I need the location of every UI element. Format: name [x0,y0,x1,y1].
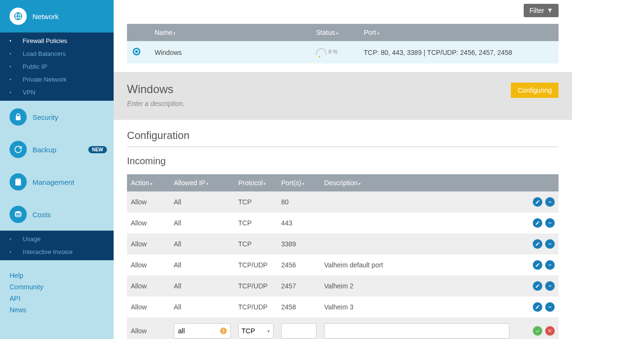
edit-rule-button[interactable] [533,218,542,228]
rule-action: Allow [127,275,170,297]
cancel-rule-button[interactable] [545,326,555,336]
svg-rect-4 [549,244,551,244]
col-status[interactable]: Status▾ [310,24,358,41]
link-news[interactable]: News [10,304,104,316]
nav-costs[interactable]: Costs [0,198,114,231]
new-rule-description-input[interactable] [324,323,509,339]
nav-label: Management [32,178,74,186]
svg-rect-3 [549,222,551,223]
confirm-rule-button[interactable] [533,326,542,336]
rule-ports: 443 [277,212,320,233]
rule-protocol: TCP/UDP [234,275,277,297]
subnav-usage[interactable]: Usage [0,233,114,245]
rule-description [320,191,513,212]
backup-icon [10,141,27,158]
new-rule-row: Allow!TCP [127,318,559,339]
rule-allowed-ip: All [170,275,234,297]
nav-management[interactable]: Management [0,166,114,198]
svg-rect-6 [549,286,551,286]
nav-network[interactable]: Network [0,0,114,32]
policy-list-table: Name▾ Status▾ Port▾ Windows 8 % TCP: 80, [127,24,559,64]
rule-action: Allow [127,233,170,254]
subnav-vpn[interactable]: VPN [0,86,114,99]
remove-rule-button[interactable] [545,260,555,270]
rule-allowed-ip: All [170,212,234,233]
new-rule-protocol-select[interactable]: TCP [238,323,274,339]
subnav-public-ip[interactable]: Public IP [0,60,114,73]
edit-rule-button[interactable] [533,239,542,249]
col-protocol[interactable]: Protocol▾ [234,174,277,191]
status-pill-configuring: Configuring [511,83,559,98]
new-rule-action: Allow [127,318,170,339]
rule-action: Allow [127,297,170,318]
sidebar: Network Firewall Policies Load Balancers… [0,0,114,339]
col-port[interactable]: Port▾ [358,24,559,41]
col-description[interactable]: Description▾ [320,174,513,191]
policy-row[interactable]: Windows 8 % TCP: 80, 443, 3389 | TCP/UDP… [127,41,559,64]
edit-rule-button[interactable] [533,281,542,291]
filter-icon [547,8,553,13]
link-community[interactable]: Community [10,281,104,293]
remove-rule-button[interactable] [545,218,555,228]
rule-row: AllowAllTCP/UDP2457Valheim 2 [127,275,559,297]
detail-description-placeholder[interactable]: Enter a description. [127,100,185,107]
svg-rect-5 [549,265,551,265]
remove-rule-button[interactable] [545,281,555,291]
rule-ports: 2457 [277,275,320,297]
rule-description: Valheim 3 [320,297,513,318]
rule-ports: 2458 [277,297,320,318]
rule-description: Valheim 2 [320,275,513,297]
svg-point-1 [15,211,21,213]
rule-description: Valheim default port [320,254,513,275]
col-name[interactable]: Name▾ [149,24,310,41]
rule-protocol: TCP/UDP [234,297,277,318]
rule-row: AllowAllTCP443 [127,212,559,233]
footer-links: Help Community API News [0,260,114,325]
network-subnav: Firewall Policies Load Balancers Public … [0,32,114,101]
status-gauge: 8 % [316,48,338,55]
rule-allowed-ip: All [170,297,234,318]
rule-allowed-ip: All [170,233,234,254]
rule-allowed-ip: All [170,254,234,275]
subsection-incoming: Incoming [127,147,559,174]
subnav-firewall-policies[interactable]: Firewall Policies [0,34,114,47]
nav-label: Costs [32,211,51,219]
warning-icon: ! [220,328,227,334]
coins-icon [10,206,27,223]
rule-row: AllowAllTCP/UDP2458Valheim 3 [127,297,559,318]
subnav-interactive-invoice[interactable]: Interactive Invoice [0,245,114,258]
rule-action: Allow [127,212,170,233]
new-rule-ports-input[interactable] [281,323,317,339]
rule-row: AllowAllTCP/UDP2456Valheim default port [127,254,559,275]
rule-protocol: TCP [234,212,277,233]
rule-ports: 3389 [277,233,320,254]
edit-rule-button[interactable] [533,197,542,207]
remove-rule-button[interactable] [545,302,555,312]
svg-rect-7 [549,307,551,307]
nav-security[interactable]: Security [0,101,114,133]
detail-title: Windows [127,83,185,96]
col-ports[interactable]: Port(s)▾ [277,174,320,191]
link-api[interactable]: API [10,293,104,304]
nav-label: Backup [32,146,56,154]
rule-action: Allow [127,191,170,212]
detail-header: Windows Enter a description. Configuring [114,72,572,120]
col-action[interactable]: Action▾ [127,174,170,191]
nav-label: Security [32,113,58,121]
edit-rule-button[interactable] [533,302,542,312]
rule-row: AllowAllTCP3389 [127,233,559,254]
main-content: Filter Name▾ Status▾ Port▾ Windows [114,0,572,339]
remove-rule-button[interactable] [545,239,555,249]
filter-button[interactable]: Filter [524,4,559,17]
nav-backup[interactable]: Backup NEW [0,133,114,166]
rule-action: Allow [127,254,170,275]
subnav-load-balancers[interactable]: Load Balancers [0,47,114,60]
rule-description [320,212,513,233]
svg-rect-2 [549,201,551,202]
link-help[interactable]: Help [10,270,104,281]
row-radio-selected[interactable] [133,48,140,55]
col-allowed-ip[interactable]: Allowed IP▾ [170,174,234,191]
edit-rule-button[interactable] [533,260,542,270]
remove-rule-button[interactable] [545,197,555,207]
subnav-private-network[interactable]: Private Network [0,73,114,86]
